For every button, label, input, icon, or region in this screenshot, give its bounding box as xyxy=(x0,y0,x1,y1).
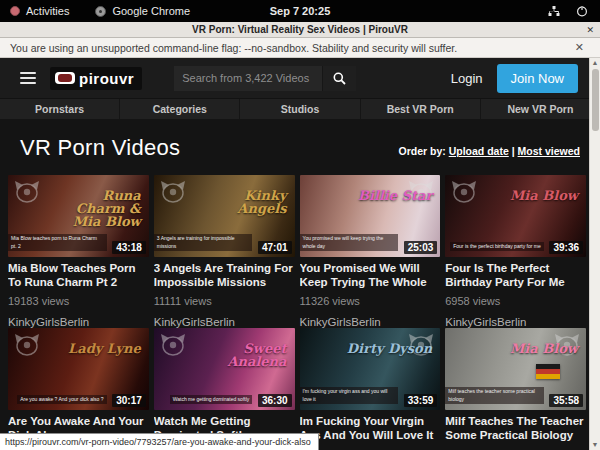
studio-watermark-icon xyxy=(14,180,40,204)
warning-text: You are using an unsupported command-lin… xyxy=(10,42,457,54)
thumbnail-overlay-subtitle: Are you awake ? And your dick also ? xyxy=(17,395,106,405)
video-thumbnail[interactable]: Mia BlowFour is the perfect birthday par… xyxy=(445,175,586,257)
video-grid: Runa Charm & Mia BlowMia Blow teaches po… xyxy=(0,175,600,450)
video-thumbnail[interactable]: Kinky Angels3 Angels are training for im… xyxy=(154,175,295,257)
video-duration-badge: 43:18 xyxy=(112,241,146,254)
video-duration-badge: 25:03 xyxy=(404,241,438,254)
system-bar: Activities Google Chrome Sep 7 20:25 xyxy=(0,0,600,22)
window-title: VR Porn: Virtual Reality Sex Videos | Pi… xyxy=(0,24,600,35)
window-title-bar: VR Porn: Virtual Reality Sex Videos | Pi… xyxy=(0,22,600,38)
order-link-most-viewed[interactable]: Most viewed xyxy=(518,145,580,157)
thumbnail-overlay-title: Dirty Dyson xyxy=(347,342,432,355)
thumbnail-overlay-title: Lady Lyne xyxy=(68,342,141,355)
web-page: pirouvr Login Join Now Pornstars Categor… xyxy=(0,58,600,450)
thumbnail-overlay-subtitle: Watch me getting dominated softly xyxy=(170,395,253,405)
video-card[interactable]: Dirty DysonI'm fucking your virgin ass a… xyxy=(300,328,441,450)
studio-watermark-icon xyxy=(451,180,477,204)
video-duration-badge: 36:30 xyxy=(258,394,292,407)
video-thumbnail[interactable]: Sweet AnalenaWatch me getting dominated … xyxy=(154,328,295,410)
video-studio-link[interactable]: KinkyGirlsBerlin xyxy=(300,316,441,328)
video-views: 6958 views xyxy=(445,295,586,307)
warning-close-icon[interactable]: ✕ xyxy=(575,41,590,54)
hamburger-menu-icon[interactable] xyxy=(20,72,36,84)
thumbnail-overlay-subtitle: Milf teaches the teacher some practical … xyxy=(445,387,544,404)
thumbnail-overlay-title: Runa Charm & Mia Blow xyxy=(54,189,141,228)
video-thumbnail[interactable]: Runa Charm & Mia BlowMia Blow teaches po… xyxy=(8,175,149,257)
search-button[interactable] xyxy=(322,66,356,91)
thumbnail-overlay-subtitle: 3 Angels are training for impossible mis… xyxy=(154,234,253,251)
scroll-down-icon[interactable]: ▼ xyxy=(592,440,599,450)
nav-item-best-vr-porn[interactable]: Best VR Porn xyxy=(361,99,481,119)
thumbnail-overlay-subtitle: You promised we will keep trying the who… xyxy=(300,234,399,251)
studio-watermark-icon xyxy=(160,333,186,357)
studio-watermark-icon xyxy=(14,333,40,357)
video-thumbnail[interactable]: Billie StarYou promised we will keep try… xyxy=(300,175,441,257)
power-icon[interactable] xyxy=(576,5,588,17)
video-thumbnail[interactable]: Lady LyneAre you awake ? And your dick a… xyxy=(8,328,149,410)
video-title[interactable]: Four Is The Perfect Birthday Party For M… xyxy=(445,262,586,289)
nav-item-studios[interactable]: Studios xyxy=(240,99,360,119)
video-views: 19183 views xyxy=(8,295,149,307)
order-link-upload-date[interactable]: Upload date xyxy=(449,145,509,157)
order-separator: | xyxy=(512,145,515,157)
german-flag-icon xyxy=(536,364,560,379)
thumbnail-overlay-title: Kinky Angels xyxy=(199,189,286,215)
video-thumbnail[interactable]: Mia BlowMilf teaches the teacher some pr… xyxy=(445,328,586,410)
search-bar xyxy=(174,66,356,91)
video-title[interactable]: Im Fucking Your Virgin Ass And You Will … xyxy=(300,415,441,442)
search-input[interactable] xyxy=(174,66,322,91)
video-studio-link[interactable]: KinkyGirlsBerlin xyxy=(154,316,295,328)
video-title[interactable]: Mia Blow Teaches Porn To Runa Charm Pt 2 xyxy=(8,262,149,289)
page-heading-row: VR Porn Videos Order by: Upload date | M… xyxy=(0,119,600,175)
nav-item-pornstars[interactable]: Pornstars xyxy=(0,99,120,119)
video-title[interactable]: 3 Angels Are Training For Impossible Mis… xyxy=(154,262,295,289)
video-card[interactable]: Mia BlowMilf teaches the teacher some pr… xyxy=(445,328,586,450)
video-duration-badge: 33:59 xyxy=(404,394,438,407)
video-studio-link[interactable]: KinkyGirlsBerlin xyxy=(445,316,586,328)
thumbnail-overlay-title: Sweet Analena xyxy=(199,342,286,368)
video-card[interactable]: Mia BlowFour is the perfect birthday par… xyxy=(445,175,586,328)
thumbnail-overlay-subtitle: I'm fucking your virgin ass and you will… xyxy=(300,387,399,404)
thumbnail-overlay-title: Mia Blow xyxy=(510,189,578,202)
site-header: pirouvr Login Join Now xyxy=(0,58,600,98)
network-icon[interactable] xyxy=(548,6,560,17)
order-by-label: Order by: xyxy=(398,145,445,157)
nav-item-new-vr-porn[interactable]: New VR Porn xyxy=(481,99,600,119)
thumbnail-overlay-title: Billie Star xyxy=(358,189,432,202)
video-card[interactable]: Sweet AnalenaWatch me getting dominated … xyxy=(154,328,295,450)
studio-watermark-icon xyxy=(160,180,186,204)
login-link[interactable]: Login xyxy=(451,71,483,86)
scroll-up-icon[interactable]: ▲ xyxy=(592,58,599,68)
thumbnail-overlay-subtitle: Mia Blow teaches porn to Runa Charm pt. … xyxy=(8,234,107,251)
vertical-scrollbar[interactable]: ▲ ▼ xyxy=(589,58,600,450)
video-thumbnail[interactable]: Dirty DysonI'm fucking your virgin ass a… xyxy=(300,328,441,410)
main-nav: Pornstars Categories Studios Best VR Por… xyxy=(0,98,600,119)
thumbnail-overlay-subtitle: Four is the perfect birthday party for m… xyxy=(450,242,544,252)
video-duration-badge: 47:01 xyxy=(258,241,292,254)
site-logo[interactable]: pirouvr xyxy=(50,67,142,90)
video-duration-badge: 35:58 xyxy=(549,394,583,407)
scrollbar-thumb[interactable] xyxy=(592,69,599,131)
video-card[interactable]: Kinky Angels3 Angels are training for im… xyxy=(154,175,295,328)
site-logo-text: pirouvr xyxy=(79,70,134,87)
vr-goggles-icon xyxy=(55,72,75,84)
video-views: 11111 views xyxy=(154,295,295,307)
search-icon xyxy=(333,72,346,85)
video-duration-badge: 30:17 xyxy=(112,394,146,407)
video-card[interactable]: Lady LyneAre you awake ? And your dick a… xyxy=(8,328,149,450)
clock[interactable]: Sep 7 20:25 xyxy=(0,5,600,17)
nav-item-categories[interactable]: Categories xyxy=(120,99,240,119)
video-card[interactable]: Billie StarYou promised we will keep try… xyxy=(300,175,441,328)
video-views: 11326 views xyxy=(300,295,441,307)
video-card[interactable]: Runa Charm & Mia BlowMia Blow teaches po… xyxy=(8,175,149,328)
video-duration-badge: 39:36 xyxy=(549,241,583,254)
join-now-button[interactable]: Join Now xyxy=(497,64,578,93)
window-close-icon[interactable]: ✕ xyxy=(586,25,594,35)
status-bar-url: https://pirouvr.com/vr-porn-video/779325… xyxy=(0,433,319,450)
order-by: Order by: Upload date | Most viewed xyxy=(398,145,580,157)
video-title[interactable]: You Promised We Will Keep Trying The Who… xyxy=(300,262,441,289)
video-studio-link[interactable]: KinkyGirlsBerlin xyxy=(8,316,149,328)
video-title[interactable]: Milf Teaches The Teacher Some Practical … xyxy=(445,415,586,442)
warning-bar: You are using an unsupported command-lin… xyxy=(0,38,600,58)
page-title: VR Porn Videos xyxy=(20,135,180,161)
